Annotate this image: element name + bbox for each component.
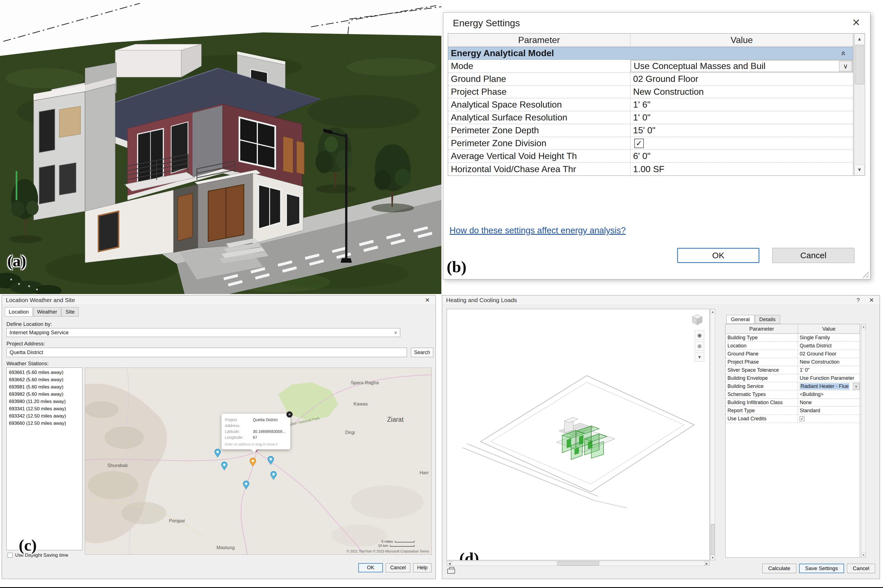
checkbox-checked[interactable] bbox=[800, 416, 805, 421]
value-cell[interactable]: New Construction bbox=[798, 358, 860, 366]
zoom-icon[interactable]: ⊕ bbox=[695, 341, 704, 351]
collapse-icon[interactable]: « bbox=[839, 51, 849, 56]
scroll-up-icon[interactable]: ▲ bbox=[862, 324, 866, 329]
weather-station-item[interactable]: 693981 (5.60 miles away) bbox=[7, 383, 82, 391]
value-cell[interactable]: 6' 0" bbox=[630, 150, 853, 162]
scroll-down-icon[interactable]: ▼ bbox=[854, 164, 865, 176]
cancel-button[interactable]: Cancel bbox=[847, 564, 875, 573]
value-cell[interactable] bbox=[630, 137, 853, 150]
map-view[interactable]: Spera Ragha Kawas Ziarat Dirgi Hazarganj… bbox=[85, 368, 432, 555]
scroll-right-icon[interactable]: ▶ bbox=[704, 561, 709, 566]
dropdown-arrow-icon[interactable] bbox=[839, 61, 852, 71]
value-cell[interactable]: Use Function Parameter bbox=[798, 374, 860, 382]
table-row[interactable]: Schematic Types <Building> bbox=[725, 390, 860, 399]
table-row[interactable]: Use Load Credits bbox=[725, 415, 860, 423]
cancel-button[interactable]: Cancel bbox=[772, 248, 854, 263]
dropdown-arrow-icon[interactable] bbox=[853, 383, 859, 390]
ok-button[interactable]: OK bbox=[358, 563, 383, 572]
weather-station-item[interactable]: 693342 (12.50 miles away) bbox=[7, 412, 82, 420]
energy-analysis-help-link[interactable]: How do these settings affect energy anal… bbox=[450, 225, 626, 236]
table-row[interactable]: Location Quetta District bbox=[725, 342, 860, 350]
value-cell[interactable]: 02 Ground Floor bbox=[630, 73, 853, 85]
table-row[interactable]: Ground Plane 02 Ground Floor bbox=[448, 73, 853, 86]
table-scrollbar[interactable]: ▲ ▼ bbox=[861, 324, 866, 558]
navbar-menu-icon[interactable]: ▾ bbox=[695, 352, 704, 362]
value-cell[interactable]: 1' 0" bbox=[798, 366, 860, 374]
scroll-up-icon[interactable]: ▲ bbox=[710, 309, 715, 314]
resize-grip[interactable] bbox=[862, 270, 869, 278]
print-icon[interactable] bbox=[447, 569, 455, 574]
checkbox-unchecked[interactable] bbox=[8, 553, 13, 558]
table-row[interactable]: Building Type Single Family bbox=[725, 334, 860, 342]
view-cube[interactable] bbox=[691, 313, 704, 327]
scroll-thumb[interactable] bbox=[711, 524, 715, 555]
value-cell[interactable]: New Construction bbox=[630, 86, 853, 98]
checkbox-checked[interactable] bbox=[634, 139, 644, 148]
help-button[interactable]: Help bbox=[413, 563, 432, 572]
value-cell[interactable]: None bbox=[798, 399, 860, 406]
weather-station-item[interactable]: 693982 (5.60 miles away) bbox=[7, 391, 82, 398]
table-row[interactable]: Building Service Radiant Heater - Flue bbox=[725, 382, 860, 390]
define-location-dropdown[interactable]: Internet Mapping Service ∨ bbox=[6, 328, 400, 337]
cancel-button[interactable]: Cancel bbox=[386, 563, 410, 572]
table-scrollbar[interactable]: ▲ ▼ bbox=[854, 33, 865, 176]
tab[interactable]: Site bbox=[62, 307, 78, 316]
daylight-saving-row[interactable]: Use Daylight Saving time bbox=[8, 552, 68, 558]
table-row[interactable]: Analytical Surface Resolution 1' 0" bbox=[448, 111, 853, 124]
value-cell[interactable]: 1.00 SF bbox=[630, 163, 853, 176]
value-cell[interactable]: Use Conceptual Masses and Buil bbox=[631, 60, 853, 72]
project-address-input[interactable]: Quetta District bbox=[6, 348, 407, 357]
table-row[interactable]: Analytical Space Resolution 1' 6" bbox=[448, 98, 853, 111]
table-row[interactable]: Project Phase New Construction bbox=[448, 86, 853, 98]
tab[interactable]: Weather bbox=[33, 307, 61, 316]
close-icon[interactable]: ✕ bbox=[423, 297, 432, 303]
table-row[interactable]: Perimeter Zone Depth 15' 0" bbox=[448, 124, 853, 137]
tab[interactable]: Details bbox=[755, 315, 780, 324]
scroll-thumb[interactable] bbox=[855, 45, 864, 84]
help-icon[interactable]: ? bbox=[854, 297, 862, 303]
scroll-up-icon[interactable]: ▲ bbox=[854, 33, 865, 45]
value-cell[interactable]: 1' 6" bbox=[630, 98, 853, 111]
value-cell[interactable]: Single Family bbox=[798, 334, 860, 342]
table-row[interactable]: Average Vertical Void Height Th 6' 0" bbox=[448, 150, 853, 163]
viewport-vertical-scrollbar[interactable]: ▲ ▼ bbox=[710, 309, 715, 560]
weather-station-item[interactable]: 693660 (12.50 miles away) bbox=[7, 420, 82, 427]
close-icon[interactable]: ✕ bbox=[849, 16, 863, 29]
tab[interactable]: General bbox=[727, 315, 754, 324]
table-row[interactable]: Project Phase New Construction bbox=[725, 358, 860, 366]
value-cell[interactable]: Standard bbox=[798, 406, 860, 414]
weather-station-item[interactable]: 693341 (12.50 miles away) bbox=[7, 405, 82, 412]
value-cell[interactable]: 1' 0" bbox=[630, 111, 853, 124]
table-row[interactable]: Perimeter Zone Division bbox=[448, 137, 853, 150]
steering-wheel-icon[interactable]: ◉ bbox=[695, 330, 704, 340]
table-row[interactable]: Sliver Space Tolerance 1' 0" bbox=[725, 366, 860, 374]
table-row[interactable]: Mode Use Conceptual Masses and Buil bbox=[448, 60, 853, 73]
save-settings-button[interactable]: Save Settings bbox=[799, 564, 844, 573]
calculate-button[interactable]: Calculate bbox=[762, 564, 796, 573]
scroll-down-icon[interactable]: ▼ bbox=[862, 552, 866, 557]
search-button[interactable]: Search bbox=[411, 348, 433, 357]
value-cell[interactable] bbox=[798, 415, 860, 423]
table-row[interactable]: Report Type Standard bbox=[725, 406, 860, 415]
table-row[interactable]: Ground Plane 02 Ground Floor bbox=[725, 350, 860, 358]
close-icon[interactable]: ✕ bbox=[867, 297, 876, 303]
value-cell[interactable]: Quetta District bbox=[798, 342, 860, 350]
table-row[interactable]: Horizontal Void/Chase Area Thr 1.00 SF bbox=[448, 163, 853, 176]
scroll-down-icon[interactable]: ▼ bbox=[710, 555, 715, 560]
weather-station-item[interactable]: 693662 (5.60 miles away) bbox=[7, 376, 82, 383]
close-icon[interactable]: ✕ bbox=[286, 411, 293, 417]
table-row[interactable]: Building Envelope Use Function Parameter bbox=[725, 374, 860, 382]
value-cell[interactable]: <Building> bbox=[798, 390, 860, 398]
table-row[interactable]: Building Infiltration Class None bbox=[725, 399, 860, 406]
section-row-energy-analytical-model[interactable]: Energy Analytical Model « bbox=[448, 47, 853, 60]
scroll-left-icon[interactable]: ◀ bbox=[447, 561, 452, 566]
value-cell[interactable]: Radiant Heater - Flue bbox=[798, 382, 860, 390]
scroll-thumb[interactable] bbox=[557, 561, 599, 566]
weather-station-item[interactable]: 693661 (5.60 miles away) bbox=[7, 369, 82, 376]
value-cell[interactable]: 02 Ground Floor bbox=[798, 350, 860, 358]
model-viewport[interactable]: ◉ ⊕ ▾ (d) bbox=[447, 309, 710, 560]
ok-button[interactable]: OK bbox=[677, 248, 760, 263]
tab[interactable]: Location bbox=[5, 307, 33, 316]
weather-station-item[interactable]: 693980 (11.20 miles away) bbox=[7, 398, 82, 405]
viewport-horizontal-scrollbar[interactable]: ◀ ▶ bbox=[447, 561, 710, 566]
